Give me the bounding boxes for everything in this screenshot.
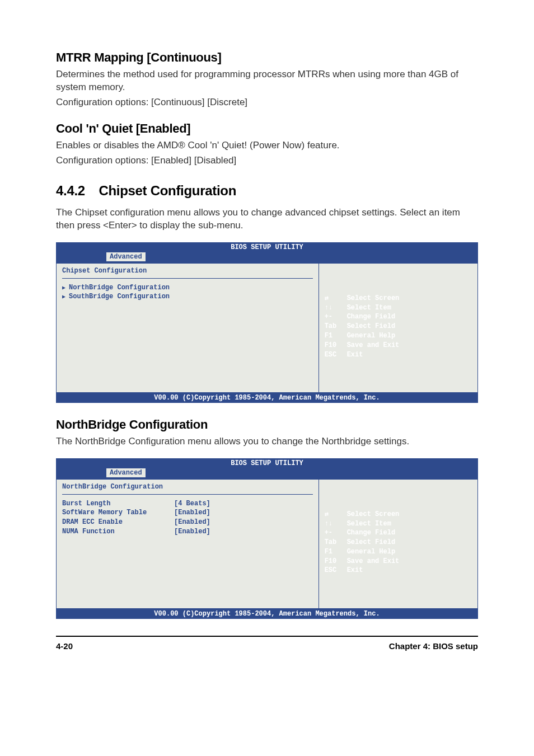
bios2-setting-value: [Enabled] [174,527,313,537]
bios2-setting-value: [4 Beats] [174,499,313,509]
bios1-body: Chipset Configuration NorthBridge Config… [56,263,478,393]
bios1-help-row: ↑↓Select Item [325,303,472,313]
mtrr-desc-2: Configuration options: [Continuous] [Dis… [56,96,478,109]
bios2-help-row: F10Save and Exit [325,557,472,566]
mtrr-heading: MTRR Mapping [Continuous] [56,50,478,65]
bios-screen-chipset: BIOS SETUP UTILITY Advanced Chipset Conf… [56,242,478,403]
cool-desc-2: Configuration options: [Enabled] [Disabl… [56,154,478,167]
cool-heading: Cool 'n' Quiet [Enabled] [56,121,478,136]
bios1-help-row: ESCExit [325,350,472,360]
bios1-tab-advanced: Advanced [106,252,146,261]
bios2-help-row: F1General Help [325,547,472,557]
bios2-tab-advanced: Advanced [106,468,146,477]
bios2-right-panel: ⇄Select Screen ↑↓Select Item +-Change Fi… [318,480,477,608]
page-number: 4-20 [56,641,73,651]
bios1-help-row: F1General Help [325,331,472,341]
bios2-setting-label: SoftWare Memory Table [62,508,174,518]
bios2-setting-burst: Burst Length [4 Beats] [62,499,313,509]
bios1-help: ⇄Select Screen ↑↓Select Item +-Change Fi… [325,294,472,360]
bios2-tabs: Advanced [56,468,478,479]
bios2-setting-numa: NUMA Function [Enabled] [62,527,313,537]
bios1-help-row: ⇄Select Screen [325,294,472,303]
cool-desc-1: Enables or disables the AMD® Cool 'n' Qu… [56,139,478,152]
mtrr-section: MTRR Mapping [Continuous] Determines the… [56,50,478,109]
bios2-footer: V00.00 (C)Copyright 1985-2004, American … [56,609,478,619]
chipset-number: 4.4.2 [56,183,95,199]
bios1-header: BIOS SETUP UTILITY [56,242,478,252]
chapter-title: Chapter 4: BIOS setup [389,641,478,651]
chipset-desc: The Chipset configuration menu allows yo… [56,206,478,232]
bios2-help-row: ⇄Select Screen [325,510,472,519]
bios2-help: ⇄Select Screen ↑↓Select Item +-Change Fi… [325,510,472,576]
bios1-item-northbridge: NorthBridge Configuration [62,283,313,293]
bios1-item-southbridge: SouthBridge Configuration [62,292,313,302]
bios2-panel-title: NorthBridge Configuration [62,483,313,495]
bios2-help-row: TabSelect Field [325,538,472,547]
bios1-panel-title: Chipset Configuration [62,267,313,279]
bios2-setting-label: Burst Length [62,499,174,509]
bios1-help-row: TabSelect Field [325,322,472,331]
bios1-help-row: +-Change Field [325,312,472,322]
northbridge-desc: The NorthBridge Configuration menu allow… [56,435,478,448]
chipset-title: Chipset Configuration [99,183,236,198]
bios1-footer: V00.00 (C)Copyright 1985-2004, American … [56,393,478,403]
chipset-heading: 4.4.2 Chipset Configuration [56,183,478,199]
bios1-tabs: Advanced [56,252,478,263]
bios2-setting-label: NUMA Function [62,527,174,537]
bios2-help-row: +-Change Field [325,528,472,538]
bios1-right-panel: ⇄Select Screen ↑↓Select Item +-Change Fi… [318,264,477,392]
bios1-left-panel: Chipset Configuration NorthBridge Config… [57,264,318,392]
bios2-setting-value: [Enabled] [174,508,313,518]
bios2-setting-software: SoftWare Memory Table [Enabled] [62,508,313,518]
cool-section: Cool 'n' Quiet [Enabled] Enables or disa… [56,121,478,167]
bios2-setting-label: DRAM ECC Enable [62,518,174,527]
northbridge-heading: NorthBridge Configuration [56,417,478,432]
mtrr-desc-1: Determines the method used for programmi… [56,68,478,94]
bios1-help-row: F10Save and Exit [325,341,472,350]
bios2-setting-dram: DRAM ECC Enable [Enabled] [62,518,313,527]
bios2-header: BIOS SETUP UTILITY [56,458,478,468]
bios2-setting-value: [Enabled] [174,518,313,527]
bios2-left-panel: NorthBridge Configuration Burst Length [… [57,480,318,608]
page-footer: 4-20 Chapter 4: BIOS setup [56,636,478,651]
bios-screen-northbridge: BIOS SETUP UTILITY Advanced NorthBridge … [56,458,478,619]
bios2-help-row: ↑↓Select Item [325,519,472,529]
bios2-help-row: ESCExit [325,566,472,575]
bios2-body: NorthBridge Configuration Burst Length [… [56,479,478,609]
